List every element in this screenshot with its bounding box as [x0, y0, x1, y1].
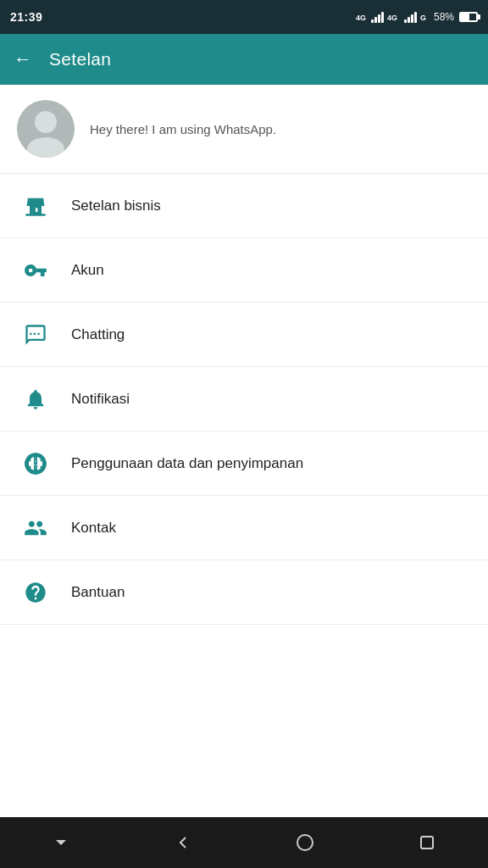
settings-label-chatting: Chatting — [71, 326, 125, 343]
settings-label-akun: Akun — [71, 262, 104, 279]
battery-pct: 58% — [434, 11, 454, 23]
battery-icon — [459, 12, 478, 22]
settings-item-bisnis[interactable]: Setelan bisnis — [0, 174, 488, 238]
network2-icon: 4G — [387, 11, 401, 23]
network1-icon: 4G — [356, 11, 368, 23]
nav-bar — [0, 817, 488, 868]
avatar-image — [17, 100, 75, 158]
settings-label-bisnis: Setelan bisnis — [71, 198, 161, 214]
settings-item-akun[interactable]: Akun — [0, 238, 488, 303]
svg-text:G: G — [420, 14, 426, 22]
profile-row[interactable]: Hey there! I am using WhatsApp. — [0, 85, 488, 174]
bell-icon — [17, 387, 54, 411]
settings-item-data[interactable]: Penggunaan data dan penyimpanan — [0, 431, 488, 496]
avatar — [17, 100, 75, 158]
settings-label-data: Penggunaan data dan penyimpanan — [71, 455, 303, 472]
settings-item-notifikasi[interactable]: Notifikasi — [0, 367, 488, 431]
settings-item-kontak[interactable]: Kontak — [0, 496, 488, 560]
page-title: Setelan — [49, 49, 111, 70]
settings-item-bantuan[interactable]: Bantuan — [0, 560, 488, 625]
settings-label-bantuan: Bantuan — [71, 584, 125, 601]
svg-point-4 — [35, 111, 57, 133]
status-bar: 21:39 4G 4G G 58% — [0, 0, 488, 34]
store-icon — [17, 194, 54, 218]
svg-point-6 — [297, 835, 313, 850]
settings-list: Setelan bisnis Akun Chatting Notifikasi — [0, 174, 488, 817]
help-icon — [17, 581, 54, 604]
key-icon — [17, 259, 54, 282]
data-icon — [17, 452, 54, 476]
settings-label-notifikasi: Notifikasi — [71, 391, 130, 408]
settings-label-kontak: Kontak — [71, 520, 116, 537]
status-time: 21:39 — [10, 10, 42, 24]
svg-rect-7 — [421, 837, 433, 849]
network3-icon: G — [420, 11, 430, 23]
nav-back-button[interactable] — [158, 817, 208, 868]
signal1-icon — [371, 11, 384, 23]
profile-status-text: Hey there! I am using WhatsApp. — [90, 122, 276, 136]
svg-text:4G: 4G — [356, 14, 366, 22]
chat-icon — [17, 323, 54, 347]
contacts-icon — [17, 516, 54, 540]
nav-recent-button[interactable] — [402, 817, 452, 868]
svg-text:4G: 4G — [387, 14, 397, 22]
settings-item-chatting[interactable]: Chatting — [0, 303, 488, 367]
nav-home-button[interactable] — [280, 817, 330, 868]
signal2-icon — [404, 11, 417, 23]
back-button[interactable]: ← — [14, 50, 32, 69]
nav-down-button[interactable] — [36, 817, 86, 868]
status-right: 4G 4G G 58% — [356, 11, 478, 23]
toolbar: ← Setelan — [0, 34, 488, 85]
